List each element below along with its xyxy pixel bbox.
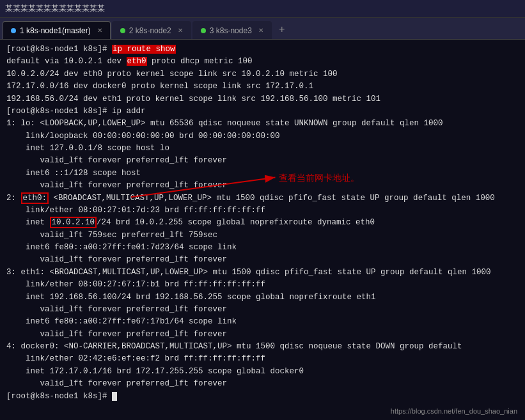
tab-dot-1 [11,28,16,33]
line-1: [root@k8s-node1 k8s]# ip route show defa… [6,45,495,401]
tab-k8s-node2[interactable]: 2 k8s-node2 ✕ [112,21,191,39]
tab-bar: 1 k8s-node1(master) ✕ 2 k8s-node2 ✕ 3 k8… [0,18,525,40]
tab-close-1[interactable]: ✕ [97,27,102,34]
tab-k8s-node1[interactable]: 1 k8s-node1(master) ✕ [3,21,111,39]
tab-label-1: 1 k8s-node1(master) [20,26,91,35]
tab-dot-3 [201,28,206,33]
add-tab-button[interactable]: + [273,21,291,39]
title-bar: 某某某某某某某某某某某某某 [0,0,525,18]
terminal-body[interactable]: [root@k8s-node1 k8s]# ip route show defa… [0,40,525,420]
terminal-output: [root@k8s-node1 k8s]# ip route show defa… [6,43,519,403]
tab-k8s-node3[interactable]: 3 k8s-node3 ✕ [192,21,272,39]
tab-label-3: 3 k8s-node3 [210,26,252,35]
tab-close-3[interactable]: ✕ [258,27,263,34]
tab-label-2: 2 k8s-node2 [129,26,171,35]
cmd-ip-route-highlight: ip route show [112,45,176,54]
ip-address-box: 10.0.2.10 [50,217,97,228]
eth0-highlight-route: eth0 [127,57,147,66]
tab-dot-2 [120,28,125,33]
terminal-window: 某某某某某某某某某某某某某 1 k8s-node1(master) ✕ 2 k8… [0,0,525,420]
tab-close-2[interactable]: ✕ [178,27,183,34]
eth0-box: eth0: [21,192,49,204]
footer-url: https://blog.csdn.net/fen_dou_shao_nian [391,407,517,415]
terminal-cursor [112,392,117,401]
title-bar-text: 某某某某某某某某某某某某某 [5,3,105,14]
